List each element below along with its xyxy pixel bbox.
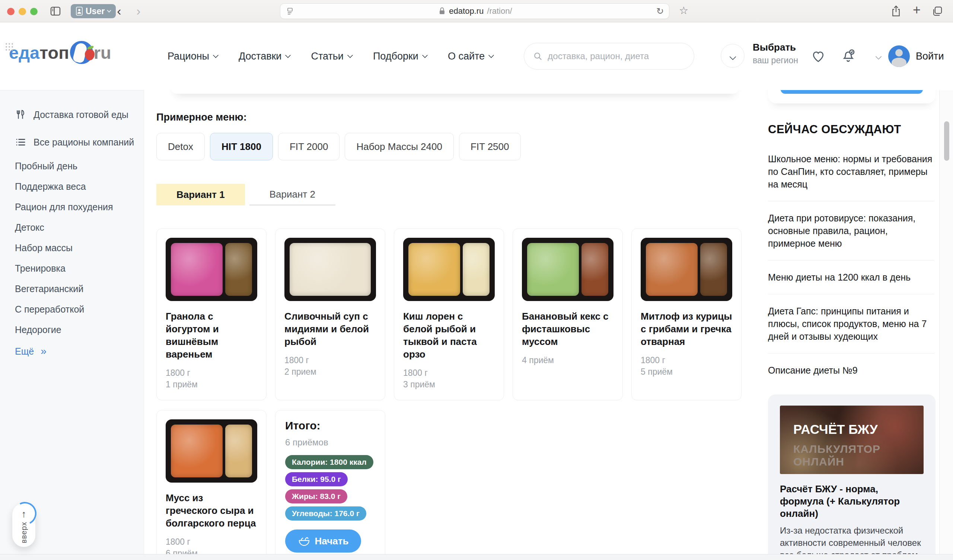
zoom-window-button[interactable] — [30, 8, 37, 15]
promo-card[interactable]: РАСЧЁТ БЖУ КАЛЬКУЛЯТОР ОНЛАЙН Расчёт БЖУ… — [768, 394, 936, 560]
section-title: Примерное меню: — [156, 112, 759, 123]
app-window: User ‹ › edatop.ru/ration/ ↻ ☆ — [0, 0, 953, 560]
share-icon[interactable] — [891, 5, 902, 17]
more-label: Ещё — [15, 346, 34, 357]
sidebar-item-all-rations[interactable]: Все рационы компаний — [15, 128, 144, 156]
chevron-down-icon — [489, 52, 494, 58]
site-header: едатоп ru Рационы Доставки — [0, 22, 953, 90]
meal-number: 5 приём — [641, 366, 732, 378]
profile-label: User — [85, 6, 105, 16]
meal-card[interactable]: Банановый кекс с фисташковыс муссом 4 пр… — [512, 228, 623, 400]
meal-photo — [641, 238, 732, 301]
favorites-heart-icon[interactable] — [811, 49, 826, 63]
meal-number: 4 приём — [522, 355, 613, 366]
nutrition-badges: Калории: 1800 ккал Белки: 95.0 г Жиры: 8… — [285, 455, 375, 521]
meal-weight: 1800 г — [641, 355, 732, 366]
article-link[interactable]: Диета Гапс: принципы питания и плюсы, сп… — [768, 294, 934, 354]
sidebar-item-label: Доставка готовой еды — [34, 109, 129, 120]
chevron-down-icon — [347, 52, 353, 58]
salad-bowl-icon — [298, 535, 310, 547]
search-input[interactable] — [548, 51, 685, 61]
notifications-bell-icon[interactable] — [840, 48, 856, 64]
sidebar-item-label: Все рационы компаний — [34, 137, 134, 148]
variant-tab-2[interactable]: Вариант 2 — [250, 184, 335, 205]
minimize-window-button[interactable] — [19, 8, 26, 15]
profile-button[interactable]: User — [71, 4, 116, 18]
login-link[interactable]: Войти — [916, 51, 944, 62]
plan-tab[interactable]: HIT 1800 — [210, 133, 273, 160]
tab-overview-icon[interactable] — [931, 5, 943, 17]
back-to-top-button[interactable]: ↑ вверх — [12, 503, 36, 547]
scrollbar-track — [939, 90, 953, 560]
meal-title: Гранола с йогуртом и вишнёвым вареньем — [166, 310, 257, 361]
nav-item[interactable]: О сайте — [448, 51, 493, 62]
sidebar-item-delivery[interactable]: Доставка готовой еды — [15, 101, 144, 128]
sidebar-link[interactable]: С переработкой — [15, 299, 144, 320]
sidebar-link[interactable]: Детокс — [15, 217, 144, 238]
discuss-articles: Школьное меню: нормы и требования по Сан… — [768, 142, 934, 387]
article-link[interactable]: Описание диеты №9 — [768, 354, 934, 387]
site-logo[interactable]: едатоп ru — [9, 41, 111, 64]
sidebar-link[interactable]: Рацион для похудения — [15, 197, 144, 217]
nutrition-badge: Белки: 95.0 г — [285, 472, 348, 486]
meal-card[interactable]: Мусс из греческого сыра и болгарского пе… — [156, 410, 267, 560]
list-icon — [15, 137, 26, 148]
sidebar-more-link[interactable]: Ещё » — [15, 345, 144, 357]
sidebar-link[interactable]: Недорогие — [15, 320, 144, 340]
article-link[interactable]: Школьное меню: нормы и требования по Сан… — [768, 142, 934, 201]
start-button[interactable]: Начать — [285, 529, 361, 552]
promo-banner-image: РАСЧЁТ БЖУ КАЛЬКУЛЯТОР ОНЛАЙН — [780, 406, 924, 474]
promo-banner-title: РАСЧЁТ БЖУ — [793, 422, 878, 437]
left-sidebar: Доставка готовой еды Все рационы компани… — [0, 90, 144, 560]
sidebar-link[interactable]: Тренировка — [15, 258, 144, 279]
meal-card[interactable]: Сливочный суп с мидиями и белой рыбой 18… — [275, 228, 385, 400]
plan-tab[interactable]: Detox — [156, 133, 205, 160]
chevron-down-icon — [422, 52, 428, 58]
webpage: едатоп ru Рационы Доставки — [0, 22, 953, 560]
close-window-button[interactable] — [7, 8, 14, 15]
discuss-title: СЕЙЧАС ОБСУЖДАЮТ — [768, 123, 939, 136]
article-link[interactable]: Меню диеты на 1200 ккал в день — [768, 261, 934, 294]
forward-button[interactable]: › — [131, 2, 146, 19]
region-label[interactable]: Выбрать ваш регион — [753, 42, 798, 65]
browser-toolbar: User ‹ › edatop.ru/ration/ ↻ ☆ — [0, 0, 953, 22]
sidebar-link[interactable]: Набор массы — [15, 238, 144, 258]
sidebar-link[interactable]: Поддержка веса — [15, 176, 144, 197]
avatar[interactable] — [888, 45, 910, 67]
sidebar-link[interactable]: Вегетарианский — [15, 279, 144, 299]
sidebar-links: Пробный день Поддержка веса Рацион для п… — [15, 156, 144, 340]
sidebar-link[interactable]: Пробный день — [15, 156, 144, 176]
promo-banner-subtitle: КАЛЬКУЛЯТОР ОНЛАЙН — [793, 443, 924, 468]
plan-tab[interactable]: Набор Массы 2400 — [345, 133, 453, 160]
nav-item[interactable]: Статьи — [311, 51, 352, 62]
chevron-down-icon[interactable] — [872, 54, 881, 60]
back-button[interactable]: ‹ — [112, 2, 127, 19]
scrollbar-thumb[interactable] — [944, 121, 949, 161]
meal-meta: 1800 г 5 приём — [641, 355, 732, 378]
search-bar[interactable] — [524, 43, 694, 70]
meal-photo — [284, 238, 376, 301]
reload-icon[interactable]: ↻ — [656, 6, 664, 16]
reader-view-icon[interactable] — [286, 7, 295, 15]
meal-meta: 1800 г 1 приём — [166, 367, 257, 390]
plan-tab[interactable]: FIT 2000 — [278, 133, 340, 160]
region-select-button[interactable] — [721, 44, 745, 68]
new-tab-icon[interactable]: + — [913, 2, 920, 18]
meal-card[interactable]: Гранола с йогуртом и вишнёвым вареньем 1… — [156, 228, 267, 400]
plan-tab[interactable]: FIT 2500 — [459, 133, 521, 160]
nav-item[interactable]: Доставки — [239, 51, 290, 62]
start-button-label: Начать — [315, 535, 349, 547]
meal-card[interactable]: Киш лорен с белой рыбой и тыквой и паста… — [394, 228, 504, 400]
window-controls[interactable] — [7, 8, 37, 15]
meal-card[interactable]: Митлоф из курицы с грибами и гречка отва… — [632, 228, 742, 400]
nav-item[interactable]: Рационы — [168, 51, 218, 62]
article-link[interactable]: Диета при ротовирусе: показания, основны… — [768, 201, 934, 261]
nutrition-badge: Жиры: 83.0 г — [285, 489, 347, 503]
promo-title: Расчёт БЖУ - норма, формула (+ Калькулят… — [780, 483, 924, 520]
browser-sidebar-icon[interactable] — [49, 5, 62, 17]
variant-tab-1[interactable]: Вариант 1 — [156, 184, 245, 205]
bookmark-star-icon[interactable]: ☆ — [679, 5, 688, 17]
logo-text-2: топ — [39, 42, 69, 63]
address-bar[interactable]: edatop.ru/ration/ ↻ — [280, 3, 669, 19]
nav-item[interactable]: Подборки — [373, 51, 427, 62]
